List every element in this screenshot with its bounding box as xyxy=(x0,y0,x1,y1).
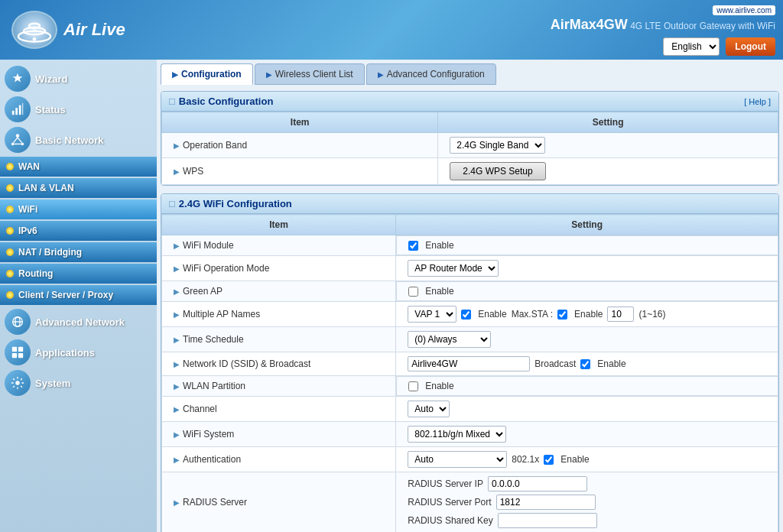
broadcast-checkbox[interactable] xyxy=(580,359,590,369)
sidebar-item-wifi[interactable]: WiFi xyxy=(0,200,157,219)
operation-band-label: Operation Band xyxy=(174,140,426,151)
help-link[interactable]: [ Help ] xyxy=(744,97,771,106)
advanced-network-icon xyxy=(5,309,31,335)
sidebar-item-nat-bridging[interactable]: NAT / Bridging xyxy=(0,242,157,262)
sidebar-item-wizard[interactable]: Wizard xyxy=(0,63,157,94)
channel-select[interactable]: Auto12611 xyxy=(408,401,450,417)
table-row: RADIUS Server RADIUS Server IP RADIUS Se… xyxy=(162,472,778,533)
sidebar-label-status: Status xyxy=(35,104,66,115)
wifi-col-setting: Setting xyxy=(396,215,778,235)
sidebar-item-status[interactable]: Status xyxy=(0,94,157,125)
green-ap-enable-text: Enable xyxy=(425,286,453,297)
brand-url: www.airlive.com xyxy=(713,5,775,15)
dot1x-enable-text: Enable xyxy=(560,454,589,465)
applications-icon xyxy=(5,339,31,365)
wifi-operation-mode-select[interactable]: AP Router Mode Client Mode Repeater Mode xyxy=(408,260,499,277)
max-sta-text: Max.STA : xyxy=(512,309,553,320)
logout-button[interactable]: Logout xyxy=(726,37,775,56)
svg-point-8 xyxy=(16,134,20,138)
svg-point-10 xyxy=(21,143,24,146)
dot1x-checkbox[interactable] xyxy=(544,455,554,465)
svg-rect-17 xyxy=(12,347,17,352)
svg-line-12 xyxy=(18,138,21,143)
operation-band-select[interactable]: 2.4G Single Band 5G Single Band Dual Ban… xyxy=(450,137,545,154)
authentication-label: Authentication xyxy=(174,454,384,465)
status-icon xyxy=(5,96,31,122)
sidebar-label-nat-bridging: NAT / Bridging xyxy=(18,247,82,258)
sidebar-item-client-server-proxy[interactable]: Client / Server / Proxy xyxy=(0,285,157,305)
time-schedule-select[interactable]: (0) Always (1) Schedule 1 xyxy=(408,331,491,348)
table-row: WiFi Module Enable xyxy=(162,235,778,256)
table-row: Authentication AutoOpen SystemShared Key… xyxy=(162,447,778,472)
green-ap-checkbox[interactable] xyxy=(408,287,418,297)
sidebar-item-routing[interactable]: Routing xyxy=(0,264,157,284)
wan-bullet xyxy=(6,163,14,170)
sidebar-label-applications: Applications xyxy=(35,347,95,358)
svg-line-11 xyxy=(14,138,18,143)
wlan-partition-enable-text: Enable xyxy=(425,381,453,391)
table-row: Green AP Enable xyxy=(162,281,778,302)
svg-rect-19 xyxy=(12,353,17,358)
dot1x-text: 802.1x xyxy=(512,454,539,465)
radius-server-ip-label: RADIUS Server IP xyxy=(408,478,483,489)
ssid-input[interactable] xyxy=(408,356,530,371)
system-icon xyxy=(5,370,31,396)
max-sta-input[interactable] xyxy=(607,307,634,322)
basic-config-title: Basic Configuration xyxy=(169,96,273,107)
table-row: WLAN Partition Enable xyxy=(162,376,778,397)
radius-server-ip-input[interactable] xyxy=(488,476,587,491)
sidebar-item-applications[interactable]: Applications xyxy=(0,337,157,368)
authentication-select[interactable]: AutoOpen SystemShared KeyWPAWPA2 xyxy=(408,451,507,468)
tab-wireless-client-list[interactable]: ▶ Wireless Client List xyxy=(255,63,365,85)
basic-config-section: Basic Configuration [ Help ] Item Settin… xyxy=(161,91,779,186)
sidebar-item-basic-network[interactable]: Basic Network xyxy=(0,125,157,155)
sidebar-label-advanced-network: Advanced Network xyxy=(35,316,125,328)
svg-rect-7 xyxy=(22,103,23,115)
tab-advanced-configuration[interactable]: ▶ Advanced Configuration xyxy=(366,63,496,85)
main-layout: Wizard Status Basic Network WAN LAN & VL… xyxy=(0,60,783,532)
tab-bar: ▶ Configuration ▶ Wireless Client List ▶… xyxy=(161,63,779,85)
wps-setup-button[interactable]: 2.4G WPS Setup xyxy=(450,162,545,180)
wifi-config-section: 2.4G WiFi Configuration Item Setting WiF… xyxy=(161,193,779,532)
header-right: www.airlive.com AirMax4GW 4G LTE Outdoor… xyxy=(551,5,775,56)
sidebar-item-advanced-network[interactable]: Advanced Network xyxy=(0,307,157,337)
basic-col-setting: Setting xyxy=(438,112,778,133)
sidebar-item-lan-vlan[interactable]: LAN & VLAN xyxy=(0,178,157,198)
content-area: ▶ Configuration ▶ Wireless Client List ▶… xyxy=(157,60,783,532)
wizard-icon xyxy=(5,66,31,92)
brand-description: 4G LTE Outdoor Gateway with WiFi xyxy=(630,21,775,31)
svg-rect-18 xyxy=(18,347,23,352)
radius-server-label: RADIUS Server xyxy=(174,497,384,508)
vap-select[interactable]: VAP 1VAP 2VAP 3 xyxy=(408,306,456,323)
max-sta-range-text: (1~16) xyxy=(638,309,665,320)
green-ap-label: Green AP xyxy=(174,286,384,297)
basic-config-table: Item Setting Operation Band 2.4G Single … xyxy=(161,112,778,185)
tab-configuration[interactable]: ▶ Configuration xyxy=(161,63,253,85)
sidebar-label-wan: WAN xyxy=(18,161,40,172)
wlan-partition-checkbox[interactable] xyxy=(408,381,418,391)
sidebar-label-basic-network: Basic Network xyxy=(35,135,104,146)
radius-server-port-input[interactable] xyxy=(496,495,596,510)
sidebar: Wizard Status Basic Network WAN LAN & VL… xyxy=(0,60,157,532)
vap-enable-checkbox[interactable] xyxy=(461,310,471,320)
tab-label-advanced-configuration: Advanced Configuration xyxy=(387,69,485,79)
wifi-system-select[interactable]: 802.11b/g/n Mixed 802.11b/g 802.11n Only xyxy=(408,426,506,443)
ssid-label: Network ID (SSID) & Broadcast xyxy=(174,358,384,369)
tab-arrow-wcl: ▶ xyxy=(266,70,272,79)
channel-label: Channel xyxy=(174,404,384,414)
sidebar-item-ipv6[interactable]: IPv6 xyxy=(0,221,157,241)
brand-info: www.airlive.com AirMax4GW 4G LTE Outdoor… xyxy=(551,5,775,33)
svg-point-9 xyxy=(11,143,15,146)
table-row: Channel Auto12611 xyxy=(162,397,778,422)
sidebar-item-system[interactable]: System xyxy=(0,368,157,398)
table-row: Time Schedule (0) Always (1) Schedule 1 xyxy=(162,327,778,352)
language-select[interactable]: English 中文 xyxy=(663,37,720,56)
svg-point-3 xyxy=(33,37,37,41)
max-sta-checkbox[interactable] xyxy=(557,310,567,320)
radius-shared-key-input[interactable] xyxy=(498,513,597,528)
max-sta-enable-text: Enable xyxy=(574,309,603,320)
header: Air Live www.airlive.com AirMax4GW 4G LT… xyxy=(0,0,783,60)
wifi-module-checkbox[interactable] xyxy=(408,241,418,251)
tab-arrow-config: ▶ xyxy=(172,70,178,79)
sidebar-item-wan[interactable]: WAN xyxy=(0,157,157,177)
